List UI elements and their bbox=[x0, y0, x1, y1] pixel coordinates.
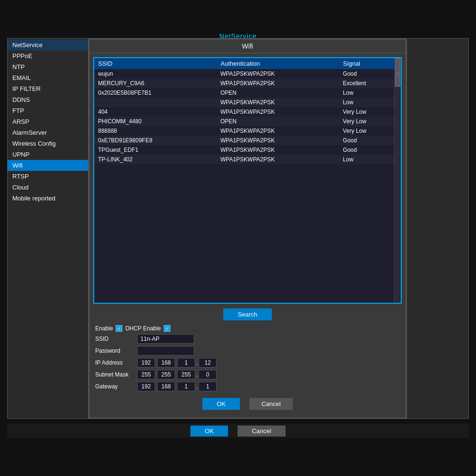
ip-row: IP Address . bbox=[95, 358, 400, 367]
sidebar-item-email[interactable]: EMAIL bbox=[8, 72, 88, 83]
bottom-ok-button[interactable]: OK bbox=[190, 426, 228, 436]
subnet-group: . bbox=[137, 370, 217, 379]
subnet-octet-4[interactable] bbox=[198, 370, 217, 379]
col-signal: Signal bbox=[339, 58, 400, 69]
ssid-input[interactable] bbox=[137, 334, 194, 344]
sidebar-item-ftp[interactable]: FTP bbox=[8, 105, 88, 116]
bottom-cancel-button[interactable]: Cancel bbox=[238, 426, 285, 436]
ok-button[interactable]: OK bbox=[202, 398, 240, 410]
table-row[interactable]: 0x2020E5B08FE7B1OPENLow bbox=[94, 88, 401, 98]
dialog-title: Wifi bbox=[89, 40, 406, 53]
dialog-footer: OK Cancel bbox=[93, 394, 402, 414]
screen: NetService NetServicePPPoENTPEMAILIP FIL… bbox=[0, 0, 476, 476]
table-row[interactable]: TP-LINK_402WPA1PSKWPA2PSKLow bbox=[94, 155, 401, 164]
table-row[interactable]: 888888WPA1PSKWPA2PSKVery Low bbox=[94, 126, 401, 136]
ip-octet-4[interactable] bbox=[198, 358, 217, 367]
dhcp-label: DHCP Enable bbox=[125, 325, 160, 332]
bottom-bar: OK Cancel bbox=[7, 424, 469, 438]
subnet-label: Subnet Mask bbox=[95, 371, 133, 378]
ssid-label: SSID bbox=[95, 336, 133, 342]
wifi-dialog: Wifi SSID Authentication Signal bbox=[89, 39, 407, 418]
gateway-label: Gateway bbox=[95, 383, 133, 390]
sidebar-item-arsp[interactable]: ARSP bbox=[8, 116, 88, 127]
table-row[interactable]: TPGuest_EDF1WPA1PSKWPA2PSKGood bbox=[94, 145, 401, 155]
sidebar-item-alarmserver[interactable]: AlarmServer bbox=[8, 127, 88, 138]
dialog-body: SSID Authentication Signal wujunWPA1PSKW… bbox=[89, 53, 406, 417]
col-auth: Authentication bbox=[217, 58, 339, 69]
gateway-octet-3[interactable] bbox=[177, 382, 195, 391]
col-ssid: SSID bbox=[94, 58, 217, 69]
sidebar-item-ntp[interactable]: NTP bbox=[8, 61, 88, 72]
table-row[interactable]: 404WPA1PSKWPA2PSKVery Low bbox=[94, 107, 401, 117]
password-row: Password bbox=[95, 346, 400, 356]
scrollbar-line bbox=[397, 72, 399, 73]
subnet-dot-3: . bbox=[196, 371, 198, 378]
scrollbar-line2 bbox=[397, 74, 399, 74]
enable-row: Enable DHCP Enable bbox=[95, 325, 400, 332]
sidebar: NetServicePPPoENTPEMAILIP FILTERDDNSFTPA… bbox=[8, 39, 89, 418]
subnet-row: Subnet Mask . bbox=[95, 370, 400, 379]
gateway-octet-1[interactable] bbox=[137, 382, 155, 391]
scrollbar-line3 bbox=[397, 75, 399, 76]
sidebar-item-rtsp[interactable]: RTSP bbox=[8, 171, 88, 182]
sidebar-item-pppoe[interactable]: PPPoE bbox=[8, 50, 88, 61]
search-button[interactable]: Search bbox=[223, 308, 271, 320]
scrollbar-thumb[interactable] bbox=[395, 58, 400, 87]
ip-label: IP Address bbox=[95, 359, 133, 366]
search-btn-row: Search bbox=[93, 307, 402, 322]
wifi-table-body: wujunWPA1PSKWPA2PSKGoodMERCURY_C9A6WPA1P… bbox=[94, 69, 401, 164]
ssid-row: SSID bbox=[95, 334, 400, 344]
gateway-octet-2[interactable] bbox=[157, 382, 175, 391]
table-row[interactable]: WPA1PSKWPA2PSKLow bbox=[94, 98, 401, 107]
table-row[interactable]: PHICOMM_4480OPENVery Low bbox=[94, 117, 401, 126]
subnet-octet-3[interactable] bbox=[177, 370, 195, 379]
table-row[interactable]: 0xE7BD91E9809FE8WPA1PSKWPA2PSKGood bbox=[94, 136, 401, 145]
table-row[interactable]: MERCURY_C9A6WPA1PSKWPA2PSKExcellent bbox=[94, 79, 401, 88]
subnet-octet-2[interactable] bbox=[157, 370, 175, 379]
sidebar-item-ddns[interactable]: DDNS bbox=[8, 94, 88, 105]
enable-checkbox[interactable] bbox=[116, 325, 122, 332]
scrollbar[interactable] bbox=[394, 58, 401, 303]
gateway-group: . bbox=[137, 382, 217, 391]
wifi-table: SSID Authentication Signal wujunWPA1PSKW… bbox=[94, 58, 401, 164]
dhcp-checkbox[interactable] bbox=[164, 325, 170, 332]
subnet-octet-1[interactable] bbox=[137, 370, 155, 379]
ip-group: . bbox=[137, 358, 217, 367]
sidebar-item-netservice[interactable]: NetService bbox=[8, 40, 88, 50]
ip-dot-3: . bbox=[196, 359, 198, 366]
main-window: NetServicePPPoENTPEMAILIP FILTERDDNSFTPA… bbox=[7, 38, 469, 419]
sidebar-item-wireless-config[interactable]: Wireless Config bbox=[8, 138, 88, 149]
content-area: Wifi SSID Authentication Signal bbox=[89, 39, 407, 418]
ip-octet-3[interactable] bbox=[177, 358, 195, 367]
wifi-table-container: SSID Authentication Signal wujunWPA1PSKW… bbox=[93, 57, 402, 304]
enable-label: Enable bbox=[95, 325, 113, 332]
table-header-row: SSID Authentication Signal bbox=[94, 58, 401, 69]
sidebar-item-wifi[interactable]: Wifi bbox=[8, 160, 88, 171]
cancel-button[interactable]: Cancel bbox=[249, 398, 292, 410]
password-input[interactable] bbox=[137, 346, 194, 356]
sidebar-item-ip-filter[interactable]: IP FILTER bbox=[8, 83, 88, 94]
gateway-row: Gateway . bbox=[95, 382, 400, 391]
sidebar-item-upnp[interactable]: UPNP bbox=[8, 149, 88, 160]
table-row[interactable]: wujunWPA1PSKWPA2PSKGood bbox=[94, 69, 401, 79]
gateway-dot-3: . bbox=[196, 383, 198, 390]
sidebar-item-cloud[interactable]: Cloud bbox=[8, 182, 88, 193]
password-label: Password bbox=[95, 347, 133, 354]
right-panel bbox=[407, 39, 468, 418]
sidebar-item-mobile-reported[interactable]: Mobile reported bbox=[8, 193, 88, 204]
ip-octet-2[interactable] bbox=[157, 358, 175, 367]
gateway-octet-4[interactable] bbox=[198, 382, 217, 391]
form-section: Enable DHCP Enable SSID Password bbox=[93, 325, 402, 391]
ip-octet-1[interactable] bbox=[137, 358, 155, 367]
